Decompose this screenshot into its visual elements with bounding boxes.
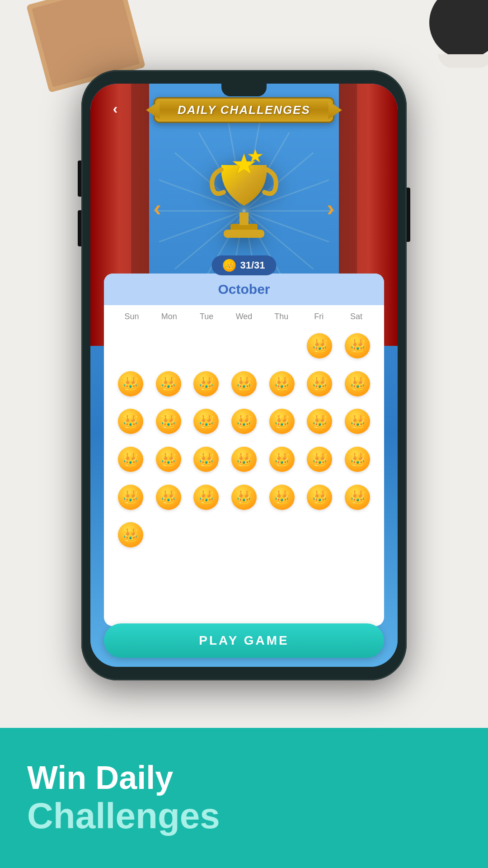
calendar-day-36 xyxy=(151,518,186,553)
calendar-day-39 xyxy=(264,518,300,553)
crown-icon: 👑 xyxy=(307,409,332,434)
score-display: 31/31 xyxy=(240,259,265,271)
day-headers-row: Sun Mon Tue Wed Thu Fri Sat xyxy=(113,310,375,324)
calendar-month-header: October xyxy=(104,274,384,305)
day-header-wed: Wed xyxy=(225,310,263,324)
calendar-grid: Sun Mon Tue Wed Thu Fri Sat 👑👑👑👑👑👑👑👑👑👑👑👑… xyxy=(104,305,384,561)
calendar-day-4 xyxy=(264,328,300,363)
crown-icon: 👑 xyxy=(118,485,143,510)
crown-icon: 👑 xyxy=(193,371,219,396)
crown-icon: 👑 xyxy=(269,409,295,434)
calendar-day-2 xyxy=(188,328,224,363)
calendar-day-15[interactable]: 👑 xyxy=(151,404,186,439)
svg-rect-1 xyxy=(224,230,264,238)
day-header-sun: Sun xyxy=(113,310,150,324)
phone-body: ‹ DAILY CHALLENGES xyxy=(81,70,407,680)
score-coin-icon: 👑 xyxy=(223,259,235,272)
calendar-day-35[interactable]: 👑 xyxy=(113,518,148,553)
calendar-day-1 xyxy=(151,328,186,363)
day-header-thu: Thu xyxy=(263,310,300,324)
calendar-day-16[interactable]: 👑 xyxy=(188,404,224,439)
svg-rect-2 xyxy=(239,212,249,225)
calendar-day-9[interactable]: 👑 xyxy=(188,366,224,401)
calendar-day-24[interactable]: 👑 xyxy=(226,442,262,477)
calendar-day-12[interactable]: 👑 xyxy=(302,366,338,401)
back-button[interactable]: ‹ xyxy=(104,97,127,120)
crown-icon: 👑 xyxy=(307,333,332,359)
crown-icon: 👑 xyxy=(345,447,370,472)
crown-icon: 👑 xyxy=(231,447,257,472)
calendar-day-20[interactable]: 👑 xyxy=(340,404,375,439)
calendar-day-10[interactable]: 👑 xyxy=(226,366,262,401)
calendar-day-29[interactable]: 👑 xyxy=(151,480,186,515)
calendar-day-27[interactable]: 👑 xyxy=(340,442,375,477)
calendar-day-22[interactable]: 👑 xyxy=(151,442,186,477)
page-title: DAILY CHALLENGES xyxy=(178,103,310,117)
prev-month-button[interactable]: ‹ xyxy=(154,197,161,219)
crown-icon: 👑 xyxy=(269,447,295,472)
phone-button-volume2 xyxy=(78,210,81,246)
calendar-day-26[interactable]: 👑 xyxy=(302,442,338,477)
month-label: October xyxy=(218,282,270,297)
day-header-tue: Tue xyxy=(188,310,225,324)
calendar-day-41 xyxy=(340,518,375,553)
calendar-day-34[interactable]: 👑 xyxy=(340,480,375,515)
play-game-button[interactable]: PLAY GAME xyxy=(104,623,384,658)
calendar-day-31[interactable]: 👑 xyxy=(226,480,262,515)
calendar-day-6[interactable]: 👑 xyxy=(340,328,375,363)
trophy-container xyxy=(194,129,294,264)
calendar-day-0 xyxy=(113,328,148,363)
calendar-day-38 xyxy=(226,518,262,553)
phone-frame: ‹ DAILY CHALLENGES xyxy=(81,70,407,680)
calendar-day-19[interactable]: 👑 xyxy=(302,404,338,439)
calendar-day-17[interactable]: 👑 xyxy=(226,404,262,439)
day-header-mon: Mon xyxy=(150,310,188,324)
trophy-icon xyxy=(203,147,285,246)
crown-icon: 👑 xyxy=(156,447,181,472)
calendar-days-grid: 👑👑👑👑👑👑👑👑👑👑👑👑👑👑👑👑👑👑👑👑👑👑👑👑👑👑👑👑👑👑👑 xyxy=(113,328,375,552)
title-banner: DAILY CHALLENGES xyxy=(154,97,334,123)
bottom-banner: Win Daily Challenges xyxy=(0,728,488,868)
calendar-card: October Sun Mon Tue Wed Thu Fri Sat xyxy=(104,274,384,626)
calendar-day-18[interactable]: 👑 xyxy=(264,404,300,439)
calendar-day-8[interactable]: 👑 xyxy=(151,366,186,401)
crown-icon: 👑 xyxy=(307,371,332,396)
calendar-day-3 xyxy=(226,328,262,363)
crown-icon: 👑 xyxy=(118,447,143,472)
next-month-button[interactable]: › xyxy=(327,197,334,219)
crown-icon: 👑 xyxy=(156,371,181,396)
calendar-day-28[interactable]: 👑 xyxy=(113,480,148,515)
crown-icon: 👑 xyxy=(307,447,332,472)
calendar-day-7[interactable]: 👑 xyxy=(113,366,148,401)
calendar-day-21[interactable]: 👑 xyxy=(113,442,148,477)
calendar-day-23[interactable]: 👑 xyxy=(188,442,224,477)
crown-icon: 👑 xyxy=(269,485,295,510)
crown-icon: 👑 xyxy=(156,485,181,510)
crown-icon: 👑 xyxy=(118,409,143,434)
calendar-day-5[interactable]: 👑 xyxy=(302,328,338,363)
calendar-day-25[interactable]: 👑 xyxy=(264,442,300,477)
crown-icon: 👑 xyxy=(345,371,370,396)
calendar-day-13[interactable]: 👑 xyxy=(340,366,375,401)
crown-icon: 👑 xyxy=(269,371,295,396)
calendar-day-30[interactable]: 👑 xyxy=(188,480,224,515)
crown-icon: 👑 xyxy=(345,409,370,434)
banner-line2: Challenges xyxy=(27,796,461,836)
crown-icon: 👑 xyxy=(345,333,370,359)
calendar-day-33[interactable]: 👑 xyxy=(302,480,338,515)
calendar-day-14[interactable]: 👑 xyxy=(113,404,148,439)
crown-icon: 👑 xyxy=(118,522,143,547)
crown-icon: 👑 xyxy=(118,371,143,396)
calendar-day-11[interactable]: 👑 xyxy=(264,366,300,401)
app-background: ‹ DAILY CHALLENGES xyxy=(90,84,398,667)
crown-icon: 👑 xyxy=(193,409,219,434)
crown-icon: 👑 xyxy=(231,409,257,434)
phone-notch xyxy=(221,84,267,96)
phone-button-power xyxy=(407,188,410,242)
day-header-fri: Fri xyxy=(300,310,338,324)
crown-icon: 👑 xyxy=(193,447,219,472)
calendar-day-32[interactable]: 👑 xyxy=(264,480,300,515)
banner-line1: Win Daily xyxy=(27,760,461,796)
svg-marker-5 xyxy=(248,149,263,162)
crown-icon: 👑 xyxy=(231,371,257,396)
